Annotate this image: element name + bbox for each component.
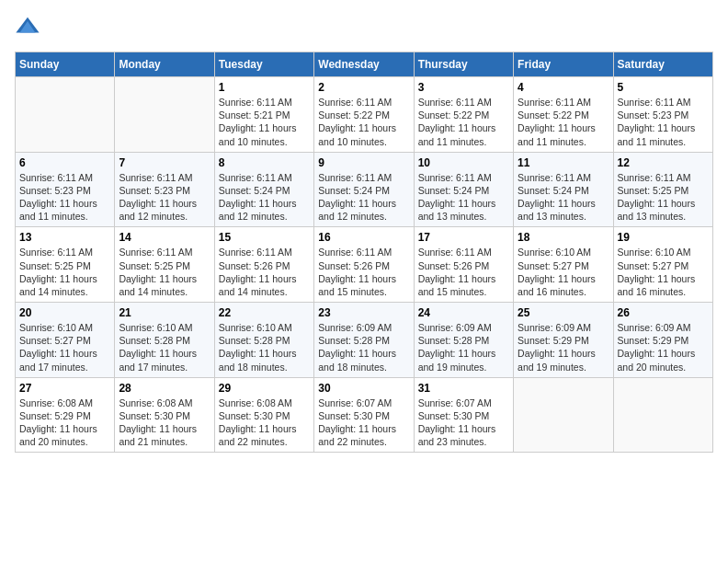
- calendar-cell: 25Sunrise: 6:09 AM Sunset: 5:29 PM Dayli…: [514, 303, 613, 378]
- day-number: 9: [318, 156, 409, 169]
- calendar-cell: 24Sunrise: 6:09 AM Sunset: 5:28 PM Dayli…: [414, 303, 513, 378]
- calendar-cell: 14Sunrise: 6:11 AM Sunset: 5:25 PM Dayli…: [115, 227, 214, 303]
- calendar-cell: 12Sunrise: 6:11 AM Sunset: 5:25 PM Dayli…: [613, 152, 712, 227]
- calendar-cell: [115, 77, 214, 153]
- day-number: 11: [518, 156, 609, 169]
- day-info: Sunrise: 6:09 AM Sunset: 5:28 PM Dayligh…: [318, 321, 409, 373]
- day-number: 26: [618, 306, 709, 319]
- day-info: Sunrise: 6:11 AM Sunset: 5:22 PM Dayligh…: [518, 96, 609, 148]
- logo-icon: [15, 15, 40, 40]
- day-info: Sunrise: 6:11 AM Sunset: 5:25 PM Dayligh…: [119, 246, 210, 298]
- day-info: Sunrise: 6:07 AM Sunset: 5:30 PM Dayligh…: [318, 396, 409, 449]
- logo: [15, 15, 44, 40]
- day-info: Sunrise: 6:10 AM Sunset: 5:27 PM Dayligh…: [518, 246, 609, 298]
- day-number: 27: [19, 382, 110, 395]
- calendar-cell: 30Sunrise: 6:07 AM Sunset: 5:30 PM Dayli…: [314, 377, 414, 453]
- day-info: Sunrise: 6:11 AM Sunset: 5:24 PM Dayligh…: [518, 171, 609, 224]
- day-info: Sunrise: 6:11 AM Sunset: 5:21 PM Dayligh…: [219, 96, 310, 148]
- day-number: 19: [618, 231, 709, 244]
- calendar-cell: 21Sunrise: 6:10 AM Sunset: 5:28 PM Dayli…: [115, 303, 214, 378]
- day-header-thursday: Thursday: [414, 52, 513, 77]
- day-info: Sunrise: 6:11 AM Sunset: 5:23 PM Dayligh…: [618, 96, 709, 148]
- day-header-tuesday: Tuesday: [214, 52, 313, 77]
- day-number: 28: [119, 382, 210, 395]
- calendar-cell: 4Sunrise: 6:11 AM Sunset: 5:22 PM Daylig…: [514, 77, 613, 153]
- day-info: Sunrise: 6:09 AM Sunset: 5:29 PM Dayligh…: [518, 321, 609, 373]
- day-info: Sunrise: 6:11 AM Sunset: 5:26 PM Dayligh…: [318, 246, 409, 298]
- day-number: 21: [119, 306, 210, 319]
- day-number: 7: [119, 156, 210, 169]
- day-number: 16: [318, 231, 409, 244]
- calendar-cell: 26Sunrise: 6:09 AM Sunset: 5:29 PM Dayli…: [613, 303, 712, 378]
- day-info: Sunrise: 6:11 AM Sunset: 5:25 PM Dayligh…: [618, 171, 709, 224]
- calendar-cell: 31Sunrise: 6:07 AM Sunset: 5:30 PM Dayli…: [414, 377, 513, 453]
- calendar-cell: 22Sunrise: 6:10 AM Sunset: 5:28 PM Dayli…: [214, 303, 313, 378]
- day-info: Sunrise: 6:09 AM Sunset: 5:28 PM Dayligh…: [418, 321, 509, 373]
- day-info: Sunrise: 6:11 AM Sunset: 5:23 PM Dayligh…: [119, 171, 210, 224]
- day-info: Sunrise: 6:11 AM Sunset: 5:25 PM Dayligh…: [19, 246, 110, 298]
- calendar-cell: [613, 377, 712, 453]
- day-info: Sunrise: 6:11 AM Sunset: 5:24 PM Dayligh…: [318, 171, 409, 224]
- calendar-cell: 20Sunrise: 6:10 AM Sunset: 5:27 PM Dayli…: [16, 303, 115, 378]
- day-header-saturday: Saturday: [613, 52, 712, 77]
- day-number: 10: [418, 156, 509, 169]
- day-info: Sunrise: 6:08 AM Sunset: 5:30 PM Dayligh…: [219, 396, 310, 449]
- day-number: 3: [418, 81, 509, 94]
- day-header-monday: Monday: [115, 52, 214, 77]
- day-info: Sunrise: 6:08 AM Sunset: 5:29 PM Dayligh…: [19, 396, 110, 449]
- day-number: 31: [418, 382, 509, 395]
- day-number: 6: [19, 156, 110, 169]
- calendar-table: SundayMondayTuesdayWednesdayThursdayFrid…: [15, 52, 713, 453]
- day-info: Sunrise: 6:10 AM Sunset: 5:28 PM Dayligh…: [219, 321, 310, 373]
- calendar-cell: 3Sunrise: 6:11 AM Sunset: 5:22 PM Daylig…: [414, 77, 513, 153]
- day-info: Sunrise: 6:11 AM Sunset: 5:26 PM Dayligh…: [219, 246, 310, 298]
- day-number: 30: [318, 382, 409, 395]
- day-number: 5: [618, 81, 709, 94]
- calendar-cell: 5Sunrise: 6:11 AM Sunset: 5:23 PM Daylig…: [613, 77, 712, 153]
- calendar-cell: 16Sunrise: 6:11 AM Sunset: 5:26 PM Dayli…: [314, 227, 414, 303]
- calendar-cell: 10Sunrise: 6:11 AM Sunset: 5:24 PM Dayli…: [414, 152, 513, 227]
- calendar-cell: 23Sunrise: 6:09 AM Sunset: 5:28 PM Dayli…: [314, 303, 414, 378]
- day-number: 12: [618, 156, 709, 169]
- day-number: 17: [418, 231, 509, 244]
- day-header-friday: Friday: [514, 52, 613, 77]
- day-info: Sunrise: 6:11 AM Sunset: 5:24 PM Dayligh…: [219, 171, 310, 224]
- calendar-cell: 6Sunrise: 6:11 AM Sunset: 5:23 PM Daylig…: [16, 152, 115, 227]
- calendar-cell: 2Sunrise: 6:11 AM Sunset: 5:22 PM Daylig…: [314, 77, 414, 153]
- calendar-cell: 1Sunrise: 6:11 AM Sunset: 5:21 PM Daylig…: [214, 77, 313, 153]
- day-number: 24: [418, 306, 509, 319]
- calendar-cell: [16, 77, 115, 153]
- day-number: 4: [518, 81, 609, 94]
- day-number: 15: [219, 231, 310, 244]
- day-info: Sunrise: 6:11 AM Sunset: 5:22 PM Dayligh…: [418, 96, 509, 148]
- calendar-cell: 11Sunrise: 6:11 AM Sunset: 5:24 PM Dayli…: [514, 152, 613, 227]
- day-header-sunday: Sunday: [16, 52, 115, 77]
- day-number: 13: [19, 231, 110, 244]
- day-info: Sunrise: 6:08 AM Sunset: 5:30 PM Dayligh…: [119, 396, 210, 449]
- calendar-cell: 27Sunrise: 6:08 AM Sunset: 5:29 PM Dayli…: [16, 377, 115, 453]
- day-info: Sunrise: 6:07 AM Sunset: 5:30 PM Dayligh…: [418, 396, 509, 449]
- calendar-cell: [514, 377, 613, 453]
- calendar-cell: 18Sunrise: 6:10 AM Sunset: 5:27 PM Dayli…: [514, 227, 613, 303]
- day-number: 20: [19, 306, 110, 319]
- day-info: Sunrise: 6:11 AM Sunset: 5:23 PM Dayligh…: [19, 171, 110, 224]
- day-number: 25: [518, 306, 609, 319]
- calendar-cell: 29Sunrise: 6:08 AM Sunset: 5:30 PM Dayli…: [214, 377, 313, 453]
- day-number: 18: [518, 231, 609, 244]
- day-info: Sunrise: 6:11 AM Sunset: 5:22 PM Dayligh…: [318, 96, 409, 148]
- day-info: Sunrise: 6:09 AM Sunset: 5:29 PM Dayligh…: [618, 321, 709, 373]
- calendar-cell: 17Sunrise: 6:11 AM Sunset: 5:26 PM Dayli…: [414, 227, 513, 303]
- day-info: Sunrise: 6:10 AM Sunset: 5:27 PM Dayligh…: [19, 321, 110, 373]
- page-header: [15, 15, 713, 40]
- day-number: 22: [219, 306, 310, 319]
- day-number: 1: [219, 81, 310, 94]
- day-number: 23: [318, 306, 409, 319]
- day-header-wednesday: Wednesday: [314, 52, 414, 77]
- calendar-cell: 8Sunrise: 6:11 AM Sunset: 5:24 PM Daylig…: [214, 152, 313, 227]
- day-number: 8: [219, 156, 310, 169]
- calendar-cell: 28Sunrise: 6:08 AM Sunset: 5:30 PM Dayli…: [115, 377, 214, 453]
- calendar-cell: 15Sunrise: 6:11 AM Sunset: 5:26 PM Dayli…: [214, 227, 313, 303]
- calendar-cell: 19Sunrise: 6:10 AM Sunset: 5:27 PM Dayli…: [613, 227, 712, 303]
- day-number: 14: [119, 231, 210, 244]
- day-number: 2: [318, 81, 409, 94]
